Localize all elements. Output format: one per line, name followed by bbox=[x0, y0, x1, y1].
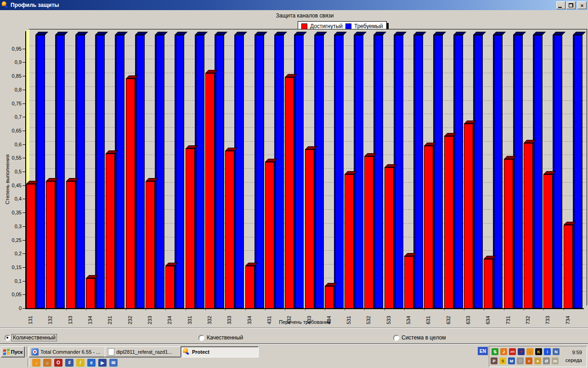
bar-achieved-431 bbox=[265, 162, 274, 308]
internet-explorer-icon[interactable]: e bbox=[87, 359, 96, 367]
x-tick-label-731: 731 bbox=[505, 311, 511, 324]
bar-achieved-333 bbox=[225, 151, 234, 308]
gridline bbox=[29, 141, 586, 142]
bar-required-633 bbox=[473, 35, 483, 308]
gridline bbox=[29, 59, 586, 59]
y-tick bbox=[23, 76, 25, 76]
y-tick bbox=[23, 267, 25, 268]
java-icon[interactable]: J bbox=[500, 348, 507, 355]
gray-monitor-icon[interactable]: □ bbox=[517, 357, 524, 364]
radio-label-1[interactable]: Количественный bbox=[12, 334, 57, 341]
gridline bbox=[29, 73, 586, 73]
y-tick bbox=[23, 253, 25, 254]
taskbar-button-1[interactable]: Total Commander 6.55 - ... bbox=[29, 346, 107, 357]
bar-achieved-531 bbox=[345, 174, 354, 308]
bar-achieved-433 bbox=[305, 150, 314, 308]
y-tick-label-0,15: 0,15 bbox=[6, 264, 22, 270]
y-tick bbox=[23, 199, 25, 199]
y-tick-label-0,5: 0,5 bbox=[6, 169, 22, 174]
bar-achieved-334 bbox=[245, 266, 254, 308]
y-tick-label-0,9: 0,9 bbox=[6, 59, 22, 65]
y-tick bbox=[23, 213, 25, 213]
y-tick-label-0,95: 0,95 bbox=[6, 46, 22, 52]
energy-brush-icon[interactable]: S bbox=[499, 357, 506, 364]
y-tick bbox=[23, 131, 25, 131]
volume-icon[interactable]: ● bbox=[534, 357, 541, 364]
outlook-express-icon[interactable]: ✉ bbox=[109, 359, 118, 367]
y-tick bbox=[23, 226, 25, 227]
x-tick-label-633: 633 bbox=[465, 311, 471, 324]
bar-achieved-132 bbox=[46, 181, 55, 308]
bar-required-331 bbox=[195, 35, 204, 308]
tv-program-icon[interactable]: # bbox=[65, 359, 74, 367]
x-tick-label-534: 534 bbox=[406, 311, 411, 324]
bar-required-233 bbox=[155, 35, 164, 308]
taskbar-button-2[interactable]: dipl2811_referat_razd1... bbox=[105, 346, 183, 357]
start-button[interactable]: Пуск bbox=[1, 346, 25, 357]
home-security-icon[interactable]: ⌂ bbox=[43, 359, 51, 367]
radio-label-2[interactable]: Качественный bbox=[206, 334, 244, 341]
bar-required-433 bbox=[314, 35, 324, 308]
x-tick-label-533: 533 bbox=[386, 311, 391, 324]
radio-label-3[interactable]: Система в целом bbox=[401, 334, 447, 341]
x-tick-label-133: 133 bbox=[68, 311, 73, 324]
bar-achieved-532 bbox=[364, 156, 373, 308]
chart-area: Защита каналов связи Достигнутый Требуем… bbox=[0, 0, 588, 368]
opera-icon[interactable]: O bbox=[54, 359, 62, 367]
y-tick bbox=[23, 308, 25, 309]
bluesoleil-icon[interactable]: i bbox=[544, 348, 551, 355]
bar-achieved-732 bbox=[524, 143, 533, 308]
radio-1[interactable] bbox=[5, 335, 11, 341]
media-player-icon[interactable]: ▶ bbox=[98, 359, 107, 367]
radio-2[interactable] bbox=[198, 335, 204, 341]
bar-achieved-332 bbox=[205, 73, 215, 308]
x-tick-label-734: 734 bbox=[565, 311, 571, 324]
ati-icon[interactable]: ATI bbox=[509, 348, 516, 355]
bar-required-731 bbox=[513, 35, 523, 308]
blocked-device-icon[interactable]: Ø bbox=[543, 357, 550, 364]
bar-achieved-533 bbox=[384, 167, 394, 308]
start-button-label: Пуск bbox=[11, 349, 23, 355]
view-mode-controls: КоличественныйКачественныйСистема в цело… bbox=[0, 328, 588, 344]
download-master-icon[interactable]: ↓ bbox=[32, 359, 40, 367]
bar-required-134 bbox=[95, 35, 105, 308]
x-tick-label-433: 433 bbox=[306, 311, 312, 324]
bar-achieved-731 bbox=[504, 159, 513, 308]
x-axis-line bbox=[25, 308, 584, 309]
monitor-chart-icon[interactable]: M bbox=[508, 357, 515, 364]
legend-label-required: Требуемый bbox=[354, 23, 383, 29]
x-tick-label-531: 531 bbox=[346, 311, 351, 324]
taskbar-button-3[interactable]: Protect bbox=[181, 346, 259, 357]
y-tick bbox=[23, 104, 25, 104]
y-tick-label-0,1: 0,1 bbox=[6, 278, 22, 284]
bar-required-631 bbox=[433, 35, 443, 308]
x-tick-label-231: 231 bbox=[107, 311, 113, 324]
user-update-icon[interactable]: ↓ bbox=[526, 348, 533, 355]
protect-window: Профиль защиты × Защита каналов связи До… bbox=[0, 0, 588, 368]
bar-achieved-534 bbox=[404, 256, 413, 308]
taskbar: Пуск EN 9:59 середа ⇅JATI▼↓KiNPSM□≡●Øm T… bbox=[0, 344, 588, 368]
power-plug-icon[interactable]: P bbox=[491, 357, 498, 364]
y-tick-label-0,55: 0,55 bbox=[6, 155, 22, 161]
bar-achieved-634 bbox=[484, 259, 493, 308]
y-tick-label-0,2: 0,2 bbox=[6, 251, 22, 256]
y-tick-label-0,85: 0,85 bbox=[6, 73, 22, 79]
bar-achieved-331 bbox=[186, 149, 195, 308]
recycle-green-icon[interactable]: ⇅ bbox=[492, 348, 498, 355]
gridline bbox=[29, 46, 586, 46]
bar-required-734 bbox=[573, 35, 582, 308]
radio-3[interactable] bbox=[393, 335, 399, 341]
chart-title: Защита каналов связи bbox=[26, 12, 583, 19]
taskbar-button-label: dipl2811_referat_razd1... bbox=[116, 349, 172, 355]
dictionary-book-icon[interactable]: ≡ bbox=[526, 357, 532, 364]
y-axis-line bbox=[25, 31, 26, 309]
x-tick-label-634: 634 bbox=[485, 311, 491, 324]
x-tick-label-131: 131 bbox=[28, 311, 33, 324]
bar-achieved-234 bbox=[165, 266, 175, 308]
mouse-icon[interactable]: m bbox=[552, 357, 559, 364]
shield-icon[interactable]: ▼ bbox=[518, 348, 525, 355]
kaspersky-icon[interactable]: K bbox=[535, 348, 542, 355]
language-indicator[interactable]: EN bbox=[478, 347, 488, 355]
brush-icon[interactable]: / bbox=[76, 359, 85, 367]
network-icon[interactable]: N bbox=[553, 348, 560, 355]
